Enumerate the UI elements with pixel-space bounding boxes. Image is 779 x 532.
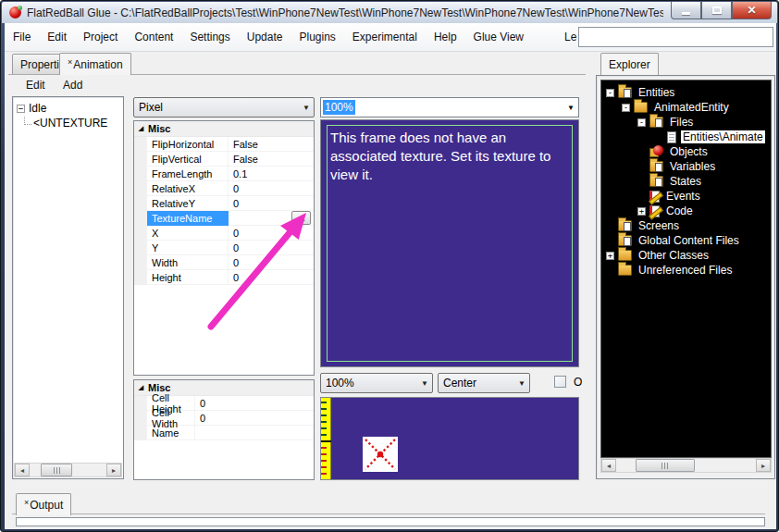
property-row-cell-width[interactable]: Cell Width0: [134, 411, 314, 426]
animation-node-idle[interactable]: Idle: [29, 102, 46, 115]
chevron-down-icon[interactable]: ▼: [417, 379, 432, 388]
collapse-icon[interactable]: -: [637, 118, 646, 127]
tree-row-frame[interactable]: <UNTEXTURE: [13, 116, 123, 130]
alignment-combo[interactable]: Center ▼: [438, 373, 530, 393]
menu-item-edit[interactable]: Edit: [39, 27, 75, 47]
explorer-node-label[interactable]: Files: [668, 116, 695, 129]
explorer-node-label[interactable]: Entities: [637, 86, 676, 99]
grid-category-row[interactable]: ◢Misc: [134, 121, 314, 137]
explorer-row-objects[interactable]: Objects: [601, 144, 771, 159]
animation-frame-node[interactable]: <UNTEXTURE: [33, 117, 107, 130]
property-row-flipvertical[interactable]: FlipVerticalFalse: [134, 152, 314, 167]
expand-icon[interactable]: +: [637, 207, 646, 216]
property-value[interactable]: 0.1: [229, 168, 314, 179]
property-value[interactable]: 0: [229, 242, 314, 254]
tab-output[interactable]: × Output: [16, 493, 71, 515]
property-value[interactable]: 0: [229, 272, 314, 283]
scrollbar-track[interactable]: [616, 459, 756, 472]
tree-row-idle[interactable]: − Idle: [13, 101, 123, 116]
explorer-row-global-content-files[interactable]: Global Content Files: [601, 233, 771, 248]
property-value[interactable]: 0: [229, 183, 314, 194]
explorer-row-other-classes[interactable]: +Other Classes: [601, 248, 771, 263]
maximize-button[interactable]: [701, 2, 732, 19]
category-expanded-icon[interactable]: ◢: [134, 125, 148, 132]
property-row-relativey[interactable]: RelativeY0: [134, 196, 314, 211]
offset-checkbox[interactable]: [554, 376, 566, 388]
scrollbar-thumb[interactable]: [636, 459, 694, 472]
property-row-texturename[interactable]: TextureName…: [134, 211, 314, 226]
explorer-node-label[interactable]: AnimatedEntity: [652, 101, 731, 114]
explorer-horizontal-scrollbar[interactable]: ◂ ▸: [600, 458, 772, 473]
explorer-node-label[interactable]: Variables: [668, 160, 717, 173]
frame-preview-panel[interactable]: This frame does not have an associated t…: [320, 119, 579, 367]
explorer-node-label[interactable]: Events: [664, 190, 702, 203]
explorer-node-label[interactable]: Global Content Files: [637, 234, 741, 247]
explorer-row-states[interactable]: States: [601, 174, 771, 189]
property-value[interactable]: 0: [229, 198, 314, 209]
explorer-node-label[interactable]: States: [668, 175, 703, 188]
scroll-left-icon[interactable]: ◂: [15, 464, 30, 476]
explorer-node-label[interactable]: Other Classes: [637, 249, 711, 262]
zoom-combo[interactable]: 100% ▼: [320, 97, 579, 118]
menu-item-project[interactable]: Project: [75, 27, 126, 47]
tab-animation[interactable]: × Animation: [59, 53, 131, 75]
menu-item-experimental[interactable]: Experimental: [344, 27, 426, 47]
menu-item-le[interactable]: Le: [556, 27, 578, 47]
property-row-name[interactable]: Name: [134, 426, 314, 440]
explorer-row-entities-animate[interactable]: Entities\Animate: [601, 130, 771, 144]
property-row-width[interactable]: Width0: [134, 255, 314, 270]
explorer-node-label[interactable]: Screens: [637, 219, 681, 232]
sheet-zoom-combo[interactable]: 100% ▼: [320, 373, 433, 393]
close-button[interactable]: ✕: [732, 2, 772, 19]
explorer-row-screens[interactable]: Screens: [601, 218, 771, 233]
ellipsis-button[interactable]: …: [291, 211, 311, 225]
spritesheet-preview-panel[interactable]: [320, 397, 579, 480]
explorer-row-files[interactable]: -Files: [601, 115, 771, 130]
chevron-down-icon[interactable]: ▼: [299, 104, 314, 112]
menu-item-content[interactable]: Content: [126, 27, 181, 47]
explorer-node-label[interactable]: Objects: [668, 145, 710, 158]
property-row-x[interactable]: X0: [134, 226, 314, 241]
menu-item-help[interactable]: Help: [426, 27, 465, 47]
expand-icon[interactable]: +: [606, 252, 614, 260]
tab-close-icon[interactable]: ×: [68, 57, 72, 67]
menu-item-update[interactable]: Update: [239, 27, 291, 47]
property-value[interactable]: 0: [195, 398, 314, 409]
menu-item-settings[interactable]: Settings: [181, 27, 238, 47]
tab-close-icon[interactable]: ×: [24, 498, 29, 507]
menu-item-glue-view[interactable]: Glue View: [465, 27, 532, 47]
scroll-left-icon[interactable]: ◂: [601, 459, 616, 472]
menu-search-input[interactable]: [578, 27, 773, 47]
explorer-row-unreferenced-files[interactable]: Unreferenced Files: [601, 263, 771, 278]
property-value[interactable]: False: [229, 139, 314, 150]
property-value[interactable]: 0: [229, 228, 314, 239]
scroll-right-icon[interactable]: ▸: [106, 464, 121, 476]
explorer-node-label[interactable]: Code: [664, 204, 695, 217]
collapse-toggle-icon[interactable]: −: [17, 105, 25, 113]
property-row-fliphorizontal[interactable]: FlipHorizontalFalse: [134, 137, 314, 152]
chevron-down-icon[interactable]: ▼: [514, 379, 529, 388]
explorer-row-variables[interactable]: Variables: [601, 159, 771, 174]
tab-explorer[interactable]: Explorer: [600, 53, 659, 75]
category-expanded-icon[interactable]: ◢: [134, 384, 148, 391]
explorer-row-code[interactable]: +Code: [601, 204, 771, 218]
scroll-right-icon[interactable]: ▸: [756, 459, 771, 472]
menu-item-file[interactable]: File: [5, 27, 39, 47]
collapse-icon[interactable]: -: [606, 89, 614, 97]
minimize-button[interactable]: [671, 2, 701, 19]
animation-edit-menu[interactable]: Edit: [20, 77, 51, 93]
scrollbar-track[interactable]: [30, 464, 106, 476]
property-row-y[interactable]: Y0: [134, 241, 314, 255]
property-row-relativex[interactable]: RelativeX0: [134, 181, 314, 196]
animation-add-menu[interactable]: Add: [57, 77, 88, 93]
explorer-row-animatedentity[interactable]: -AnimatedEntity: [601, 100, 771, 115]
explorer-node-label[interactable]: Unreferenced Files: [637, 264, 734, 277]
property-value[interactable]: False: [229, 154, 314, 165]
property-row-framelength[interactable]: FrameLength0.1: [134, 167, 314, 181]
property-value[interactable]: 0: [195, 413, 314, 424]
titlebar[interactable]: FlatRedBall Glue - C:\FlatRedBallProject…: [2, 2, 777, 23]
explorer-row-entities[interactable]: -Entities: [601, 85, 771, 100]
scrollbar-thumb[interactable]: [41, 464, 73, 476]
chevron-down-icon[interactable]: ▼: [563, 104, 578, 112]
explorer-row-events[interactable]: Events: [601, 189, 771, 204]
